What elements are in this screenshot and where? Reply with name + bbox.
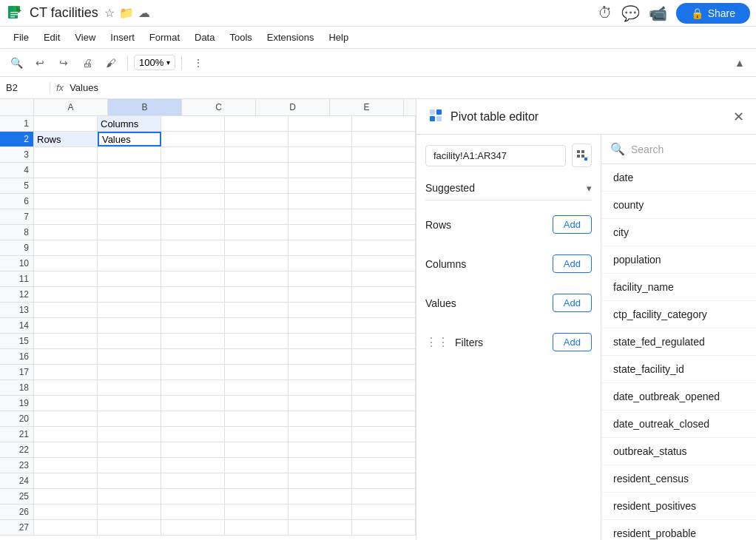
cell[interactable]: [225, 163, 288, 178]
cell[interactable]: [288, 396, 352, 411]
cell[interactable]: [98, 303, 161, 317]
menu-item-tools[interactable]: Tools: [222, 29, 259, 46]
cell[interactable]: [288, 427, 352, 442]
cell[interactable]: [288, 147, 352, 162]
cell[interactable]: Columns: [98, 116, 161, 131]
cell[interactable]: [352, 116, 416, 131]
cell[interactable]: [225, 271, 288, 286]
cell[interactable]: [98, 473, 161, 488]
col-header-c[interactable]: C: [182, 99, 256, 115]
cell[interactable]: [352, 380, 416, 395]
cloud-icon[interactable]: ☁: [138, 6, 150, 20]
cell[interactable]: [34, 411, 98, 426]
cell[interactable]: [352, 271, 416, 286]
cell[interactable]: [98, 178, 161, 193]
more-toolbar-btn[interactable]: ⋮: [188, 53, 209, 73]
cell[interactable]: [352, 411, 416, 426]
cell[interactable]: [98, 318, 161, 333]
cell[interactable]: [34, 396, 98, 411]
menu-item-file[interactable]: File: [6, 29, 36, 46]
cell[interactable]: [225, 209, 288, 224]
cell[interactable]: [288, 349, 352, 364]
cell[interactable]: [225, 147, 288, 162]
cell[interactable]: [34, 365, 98, 379]
close-button[interactable]: ✕: [733, 109, 744, 125]
cell[interactable]: [225, 458, 288, 473]
cell[interactable]: [161, 271, 225, 286]
cell[interactable]: [352, 442, 416, 457]
cell[interactable]: [161, 427, 225, 442]
cell[interactable]: [98, 349, 161, 364]
meet-icon[interactable]: 📹: [649, 4, 667, 22]
cell[interactable]: [352, 458, 416, 473]
cell[interactable]: [34, 442, 98, 457]
cell[interactable]: [34, 458, 98, 473]
field-item[interactable]: state_facility_id: [601, 356, 756, 383]
cell[interactable]: [288, 473, 352, 488]
cell[interactable]: [288, 271, 352, 286]
cell[interactable]: [352, 240, 416, 255]
cell[interactable]: [288, 194, 352, 209]
cell[interactable]: [98, 240, 161, 255]
cell[interactable]: [352, 303, 416, 317]
cell[interactable]: [98, 163, 161, 178]
data-range-input[interactable]: [425, 145, 566, 166]
col-header-b[interactable]: B: [108, 99, 182, 115]
field-item[interactable]: ctp_facility_category: [601, 301, 756, 328]
values-add-button[interactable]: Add: [553, 294, 592, 312]
cell[interactable]: [98, 427, 161, 442]
cell[interactable]: [98, 225, 161, 240]
field-item[interactable]: date: [601, 164, 756, 192]
field-item[interactable]: facility_name: [601, 274, 756, 301]
cell[interactable]: [34, 287, 98, 302]
field-item[interactable]: outbreak_status: [601, 438, 756, 465]
cell[interactable]: [161, 225, 225, 240]
cell[interactable]: [352, 473, 416, 488]
share-button[interactable]: 🔒 Share: [676, 3, 750, 24]
cell[interactable]: [34, 427, 98, 442]
cell[interactable]: [34, 349, 98, 364]
cell[interactable]: [161, 303, 225, 317]
cell[interactable]: [161, 147, 225, 162]
cell[interactable]: [288, 411, 352, 426]
cell[interactable]: [288, 209, 352, 224]
cell[interactable]: [288, 163, 352, 178]
cell[interactable]: [161, 334, 225, 348]
cell[interactable]: [288, 256, 352, 271]
cell[interactable]: [161, 209, 225, 224]
cell[interactable]: [225, 116, 288, 131]
cell[interactable]: [225, 178, 288, 193]
cell[interactable]: [225, 520, 288, 535]
cell[interactable]: [98, 489, 161, 504]
cell[interactable]: [352, 163, 416, 178]
col-header-e[interactable]: E: [330, 99, 404, 115]
cell[interactable]: [225, 334, 288, 348]
cell[interactable]: [288, 318, 352, 333]
collapse-toolbar-btn[interactable]: ▲: [729, 53, 750, 73]
cell[interactable]: [98, 209, 161, 224]
cell[interactable]: [288, 303, 352, 317]
chat-icon[interactable]: 💬: [621, 4, 640, 22]
cell[interactable]: [352, 365, 416, 379]
cell[interactable]: [161, 396, 225, 411]
cell[interactable]: [352, 194, 416, 209]
cell[interactable]: [98, 287, 161, 302]
cell[interactable]: [161, 520, 225, 535]
search-toolbar-btn[interactable]: 🔍: [6, 53, 27, 73]
history-icon[interactable]: ⏱: [598, 4, 612, 21]
cell[interactable]: [34, 256, 98, 271]
print-btn[interactable]: 🖨: [77, 53, 98, 73]
field-item[interactable]: population: [601, 246, 756, 274]
cell[interactable]: [161, 458, 225, 473]
cell[interactable]: [161, 116, 225, 131]
cell[interactable]: [161, 178, 225, 193]
cell[interactable]: [34, 271, 98, 286]
cell[interactable]: [34, 178, 98, 193]
cell-reference[interactable]: B2: [6, 82, 50, 93]
suggested-row[interactable]: Suggested ▾: [425, 176, 592, 200]
cell[interactable]: [288, 458, 352, 473]
cell[interactable]: [161, 318, 225, 333]
columns-add-button[interactable]: Add: [553, 254, 592, 273]
cell[interactable]: [225, 442, 288, 457]
cell[interactable]: [225, 240, 288, 255]
